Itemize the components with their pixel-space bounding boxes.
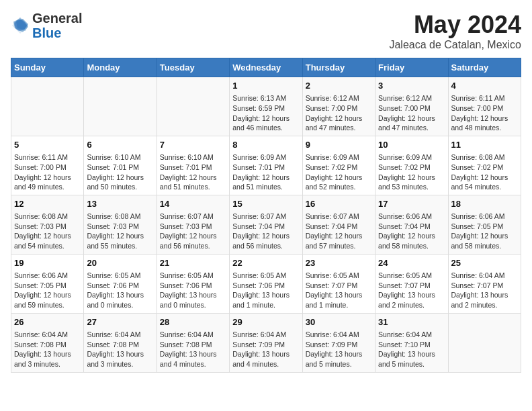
day-number: 20	[87, 257, 153, 269]
calendar-week-2: 5Sunrise: 6:11 AM Sunset: 7:00 PM Daylig…	[11, 136, 521, 195]
location-title: Jaleaca de Catalan, Mexico	[389, 39, 521, 51]
calendar-cell	[157, 77, 229, 136]
day-number: 31	[378, 316, 445, 328]
day-info: Sunrise: 6:09 AM Sunset: 7:01 PM Dayligh…	[232, 152, 299, 192]
calendar-cell: 20Sunrise: 6:05 AM Sunset: 7:06 PM Dayli…	[84, 254, 157, 313]
day-number: 27	[87, 316, 153, 328]
day-info: Sunrise: 6:07 AM Sunset: 7:03 PM Dayligh…	[160, 212, 226, 251]
day-info: Sunrise: 6:10 AM Sunset: 7:01 PM Dayligh…	[87, 152, 153, 192]
calendar-cell: 12Sunrise: 6:08 AM Sunset: 7:03 PM Dayli…	[11, 195, 84, 254]
day-info: Sunrise: 6:07 AM Sunset: 7:04 PM Dayligh…	[232, 212, 299, 251]
day-info: Sunrise: 6:04 AM Sunset: 7:08 PM Dayligh…	[87, 330, 153, 369]
day-number: 10	[378, 139, 445, 151]
calendar-cell: 5Sunrise: 6:11 AM Sunset: 7:00 PM Daylig…	[11, 136, 84, 195]
day-number: 4	[451, 80, 518, 92]
logo-text: General Blue	[32, 11, 82, 40]
day-number: 29	[232, 316, 299, 328]
calendar-cell: 30Sunrise: 6:04 AM Sunset: 7:09 PM Dayli…	[302, 313, 375, 372]
day-number: 13	[87, 198, 153, 210]
calendar-week-1: 1Sunrise: 6:13 AM Sunset: 6:59 PM Daylig…	[11, 77, 521, 136]
day-info: Sunrise: 6:05 AM Sunset: 7:06 PM Dayligh…	[232, 271, 299, 310]
day-info: Sunrise: 6:11 AM Sunset: 7:00 PM Dayligh…	[451, 93, 518, 133]
calendar-cell: 8Sunrise: 6:09 AM Sunset: 7:01 PM Daylig…	[230, 136, 302, 195]
day-info: Sunrise: 6:12 AM Sunset: 7:00 PM Dayligh…	[306, 93, 372, 133]
calendar-cell: 28Sunrise: 6:04 AM Sunset: 7:08 PM Dayli…	[157, 313, 229, 372]
day-number: 15	[232, 198, 299, 210]
day-info: Sunrise: 6:04 AM Sunset: 7:07 PM Dayligh…	[451, 271, 518, 310]
day-number: 24	[378, 257, 445, 269]
calendar-cell: 29Sunrise: 6:04 AM Sunset: 7:09 PM Dayli…	[230, 313, 302, 372]
month-title: May 2024	[389, 11, 521, 39]
day-header-sunday: Sunday	[11, 58, 84, 77]
calendar-cell: 2Sunrise: 6:12 AM Sunset: 7:00 PM Daylig…	[302, 77, 375, 136]
day-info: Sunrise: 6:05 AM Sunset: 7:06 PM Dayligh…	[87, 271, 153, 310]
day-info: Sunrise: 6:09 AM Sunset: 7:02 PM Dayligh…	[378, 152, 445, 192]
calendar-cell	[11, 77, 84, 136]
calendar-cell: 11Sunrise: 6:08 AM Sunset: 7:02 PM Dayli…	[448, 136, 521, 195]
day-number: 8	[232, 139, 299, 151]
day-number: 25	[451, 257, 518, 269]
title-block: May 2024 Jaleaca de Catalan, Mexico	[389, 11, 521, 51]
day-info: Sunrise: 6:08 AM Sunset: 7:02 PM Dayligh…	[451, 152, 518, 192]
day-info: Sunrise: 6:05 AM Sunset: 7:06 PM Dayligh…	[160, 271, 226, 310]
calendar-cell	[448, 313, 521, 372]
day-number: 26	[14, 316, 81, 328]
day-info: Sunrise: 6:10 AM Sunset: 7:01 PM Dayligh…	[160, 152, 226, 192]
calendar-week-4: 19Sunrise: 6:06 AM Sunset: 7:05 PM Dayli…	[11, 254, 521, 313]
calendar-cell: 13Sunrise: 6:08 AM Sunset: 7:03 PM Dayli…	[84, 195, 157, 254]
day-number: 19	[14, 257, 81, 269]
calendar-cell: 4Sunrise: 6:11 AM Sunset: 7:00 PM Daylig…	[448, 77, 521, 136]
day-info: Sunrise: 6:13 AM Sunset: 6:59 PM Dayligh…	[232, 93, 299, 133]
day-info: Sunrise: 6:09 AM Sunset: 7:02 PM Dayligh…	[306, 152, 372, 192]
day-number: 12	[14, 198, 81, 210]
calendar-week-3: 12Sunrise: 6:08 AM Sunset: 7:03 PM Dayli…	[11, 195, 521, 254]
day-number: 23	[306, 257, 372, 269]
calendar-cell: 25Sunrise: 6:04 AM Sunset: 7:07 PM Dayli…	[448, 254, 521, 313]
day-header-thursday: Thursday	[302, 58, 375, 77]
calendar-cell: 22Sunrise: 6:05 AM Sunset: 7:06 PM Dayli…	[230, 254, 302, 313]
day-number: 28	[160, 316, 226, 328]
day-number: 30	[306, 316, 372, 328]
calendar-cell: 17Sunrise: 6:06 AM Sunset: 7:04 PM Dayli…	[375, 195, 448, 254]
day-info: Sunrise: 6:04 AM Sunset: 7:08 PM Dayligh…	[160, 330, 226, 369]
calendar-cell: 6Sunrise: 6:10 AM Sunset: 7:01 PM Daylig…	[84, 136, 157, 195]
calendar-cell: 15Sunrise: 6:07 AM Sunset: 7:04 PM Dayli…	[230, 195, 302, 254]
day-info: Sunrise: 6:08 AM Sunset: 7:03 PM Dayligh…	[14, 212, 81, 251]
calendar-header-row: SundayMondayTuesdayWednesdayThursdayFrid…	[11, 58, 521, 77]
calendar-cell: 3Sunrise: 6:12 AM Sunset: 7:00 PM Daylig…	[375, 77, 448, 136]
calendar-cell: 18Sunrise: 6:06 AM Sunset: 7:05 PM Dayli…	[448, 195, 521, 254]
day-number: 5	[14, 139, 81, 151]
day-info: Sunrise: 6:04 AM Sunset: 7:09 PM Dayligh…	[306, 330, 372, 369]
day-number: 22	[232, 257, 299, 269]
day-number: 11	[451, 139, 518, 151]
calendar-week-5: 26Sunrise: 6:04 AM Sunset: 7:08 PM Dayli…	[11, 313, 521, 372]
day-number: 21	[160, 257, 226, 269]
calendar-cell: 27Sunrise: 6:04 AM Sunset: 7:08 PM Dayli…	[84, 313, 157, 372]
calendar-cell	[84, 77, 157, 136]
day-info: Sunrise: 6:05 AM Sunset: 7:07 PM Dayligh…	[306, 271, 372, 310]
day-info: Sunrise: 6:11 AM Sunset: 7:00 PM Dayligh…	[14, 152, 81, 192]
calendar-cell: 21Sunrise: 6:05 AM Sunset: 7:06 PM Dayli…	[157, 254, 229, 313]
day-header-wednesday: Wednesday	[230, 58, 302, 77]
day-info: Sunrise: 6:04 AM Sunset: 7:10 PM Dayligh…	[378, 330, 445, 369]
calendar-cell: 14Sunrise: 6:07 AM Sunset: 7:03 PM Dayli…	[157, 195, 229, 254]
day-number: 2	[306, 80, 372, 92]
logo-icon	[11, 16, 30, 35]
calendar-cell: 7Sunrise: 6:10 AM Sunset: 7:01 PM Daylig…	[157, 136, 229, 195]
day-header-tuesday: Tuesday	[157, 58, 229, 77]
calendar-cell: 31Sunrise: 6:04 AM Sunset: 7:10 PM Dayli…	[375, 313, 448, 372]
calendar-cell: 19Sunrise: 6:06 AM Sunset: 7:05 PM Dayli…	[11, 254, 84, 313]
calendar-cell: 23Sunrise: 6:05 AM Sunset: 7:07 PM Dayli…	[302, 254, 375, 313]
day-number: 16	[306, 198, 372, 210]
page-header: General Blue May 2024 Jaleaca de Catalan…	[11, 11, 521, 51]
calendar-table: SundayMondayTuesdayWednesdayThursdayFrid…	[11, 58, 521, 373]
day-header-saturday: Saturday	[448, 58, 521, 77]
day-info: Sunrise: 6:08 AM Sunset: 7:03 PM Dayligh…	[87, 212, 153, 251]
day-number: 3	[378, 80, 445, 92]
calendar-cell: 10Sunrise: 6:09 AM Sunset: 7:02 PM Dayli…	[375, 136, 448, 195]
logo-blue: Blue	[32, 26, 61, 40]
calendar-cell: 1Sunrise: 6:13 AM Sunset: 6:59 PM Daylig…	[230, 77, 302, 136]
day-number: 18	[451, 198, 518, 210]
calendar-cell: 26Sunrise: 6:04 AM Sunset: 7:08 PM Dayli…	[11, 313, 84, 372]
day-number: 6	[87, 139, 153, 151]
